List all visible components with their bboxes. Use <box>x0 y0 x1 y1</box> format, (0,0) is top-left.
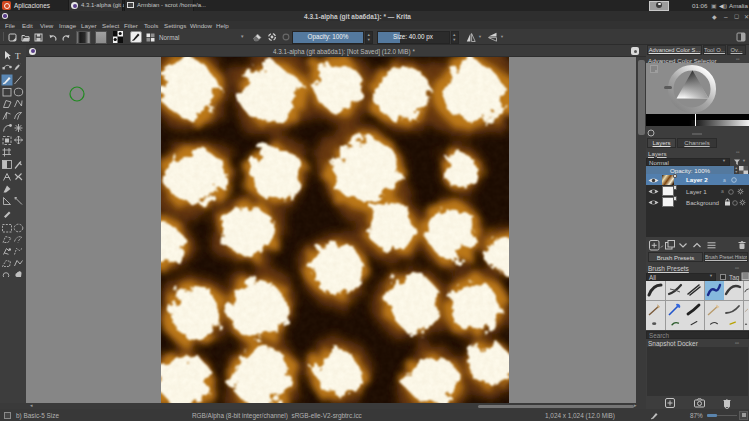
svg-text:T: T <box>15 51 21 61</box>
